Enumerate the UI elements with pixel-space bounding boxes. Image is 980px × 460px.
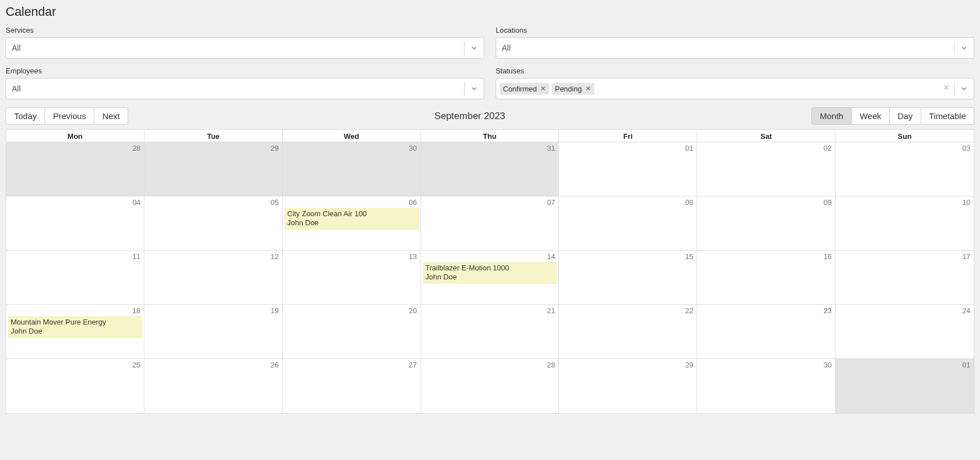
day-number: 01 <box>963 361 970 369</box>
weekday-header: Sat <box>697 130 835 142</box>
weekday-header-row: MonTueWedThuFriSatSun <box>6 130 974 142</box>
filters-panel: Services All Locations All Employees All <box>6 26 974 99</box>
day-number: 26 <box>270 361 278 369</box>
remove-tag-icon[interactable]: ✕ <box>540 85 546 93</box>
day-cell[interactable]: 28 <box>6 142 145 196</box>
event-who: John Doe <box>287 218 416 227</box>
week-row: 18Mountain Mover Pure EnergyJohn Doe1920… <box>6 305 974 359</box>
filter-statuses: Statuses Confirmed✕Pending✕ <box>496 67 974 99</box>
day-number: 05 <box>270 198 278 207</box>
weekday-header: Thu <box>421 130 559 142</box>
day-cell[interactable]: 28 <box>421 359 559 413</box>
filter-services: Services All <box>6 26 484 59</box>
day-number: 04 <box>132 198 140 207</box>
day-number: 25 <box>132 361 140 369</box>
locations-select[interactable]: All <box>496 37 974 59</box>
day-cell[interactable]: 01 <box>835 359 974 413</box>
day-cell[interactable]: 16 <box>697 251 835 305</box>
nav-button-group: Today Previous Next <box>6 107 128 125</box>
status-tag: Pending✕ <box>552 83 594 95</box>
select-divider <box>464 41 465 55</box>
day-number: 16 <box>824 252 832 261</box>
day-cell[interactable]: 04 <box>6 196 145 251</box>
day-cell[interactable]: 10 <box>835 196 974 251</box>
day-cell[interactable]: 11 <box>6 251 145 305</box>
chevron-down-icon <box>470 85 478 93</box>
day-cell[interactable]: 23 <box>697 305 835 359</box>
day-cell[interactable]: 09 <box>697 196 835 251</box>
day-cell[interactable]: 22 <box>559 305 697 359</box>
view-timetable-button[interactable]: Timetable <box>921 107 974 125</box>
day-cell[interactable]: 31 <box>421 142 559 196</box>
calendar-event[interactable]: Mountain Mover Pure EnergyJohn Doe <box>8 316 142 338</box>
current-range-label: September 2023 <box>434 111 505 122</box>
day-number: 01 <box>685 144 693 152</box>
employees-select-value: All <box>12 84 21 93</box>
day-number: 29 <box>270 144 278 152</box>
week-row: 040506City Zoom Clean Air 100John Doe070… <box>6 196 974 251</box>
day-cell[interactable]: 29 <box>145 142 283 196</box>
day-cell[interactable]: 19 <box>145 305 283 359</box>
day-cell[interactable]: 07 <box>421 196 559 251</box>
filter-locations-label: Locations <box>496 26 974 34</box>
day-cell[interactable]: 20 <box>283 305 421 359</box>
day-number: 14 <box>547 252 555 261</box>
filter-employees: Employees All <box>6 67 484 99</box>
day-cell[interactable]: 06City Zoom Clean Air 100John Doe <box>283 196 421 251</box>
day-number: 20 <box>409 306 417 315</box>
day-cell[interactable]: 15 <box>559 251 697 305</box>
day-cell[interactable]: 01 <box>559 142 697 196</box>
employees-select[interactable]: All <box>6 78 484 99</box>
next-button[interactable]: Next <box>94 107 128 125</box>
select-divider <box>954 41 955 55</box>
remove-tag-icon[interactable]: ✕ <box>585 85 591 93</box>
event-title: City Zoom Clean Air 100 <box>287 209 416 218</box>
day-cell[interactable]: 24 <box>835 305 974 359</box>
event-who: John Doe <box>426 273 554 282</box>
day-number: 18 <box>132 306 140 315</box>
day-cell[interactable]: 14Trailblazer E-Motion 1000John Doe <box>421 251 559 305</box>
chevron-down-icon <box>960 85 968 93</box>
week-row: 25262728293001 <box>6 359 974 413</box>
week-row: 28293031010203 <box>6 142 974 196</box>
day-cell[interactable]: 08 <box>559 196 697 251</box>
day-number: 09 <box>824 198 832 207</box>
day-cell[interactable]: 29 <box>559 359 697 413</box>
day-cell[interactable]: 30 <box>697 359 835 413</box>
calendar-event[interactable]: Trailblazer E-Motion 1000John Doe <box>423 262 557 284</box>
today-button[interactable]: Today <box>6 107 45 125</box>
day-number: 13 <box>409 252 417 261</box>
day-cell[interactable]: 13 <box>283 251 421 305</box>
view-day-button[interactable]: Day <box>890 107 921 125</box>
day-cell[interactable]: 27 <box>283 359 421 413</box>
day-number: 19 <box>270 306 278 315</box>
weeks-container: 28293031010203040506City Zoom Clean Air … <box>6 142 974 413</box>
day-cell[interactable]: 12 <box>145 251 283 305</box>
previous-button[interactable]: Previous <box>45 107 94 125</box>
status-tag: Confirmed✕ <box>500 83 549 95</box>
event-title: Mountain Mover Pure Energy <box>11 318 139 327</box>
statuses-select[interactable]: Confirmed✕Pending✕ <box>496 78 974 99</box>
day-cell[interactable]: 21 <box>421 305 559 359</box>
day-number: 28 <box>547 361 555 369</box>
view-month-button[interactable]: Month <box>811 107 852 125</box>
day-cell[interactable]: 30 <box>283 142 421 196</box>
weekday-header: Wed <box>283 130 421 142</box>
view-week-button[interactable]: Week <box>852 107 890 125</box>
status-tag-label: Confirmed <box>503 85 537 93</box>
day-number: 03 <box>963 144 970 152</box>
status-tag-label: Pending <box>555 85 582 93</box>
day-cell[interactable]: 05 <box>145 196 283 251</box>
day-cell[interactable]: 26 <box>145 359 283 413</box>
filter-services-label: Services <box>6 26 484 34</box>
day-number: 08 <box>685 198 693 207</box>
day-cell[interactable]: 02 <box>697 142 835 196</box>
day-cell[interactable]: 03 <box>835 142 974 196</box>
calendar-event[interactable]: City Zoom Clean Air 100John Doe <box>285 208 419 230</box>
week-row: 11121314Trailblazer E-Motion 1000John Do… <box>6 251 974 305</box>
services-select[interactable]: All <box>6 37 484 59</box>
clear-all-icon[interactable] <box>942 84 950 94</box>
day-cell[interactable]: 18Mountain Mover Pure EnergyJohn Doe <box>6 305 145 359</box>
day-cell[interactable]: 25 <box>6 359 145 413</box>
day-cell[interactable]: 17 <box>835 251 974 305</box>
